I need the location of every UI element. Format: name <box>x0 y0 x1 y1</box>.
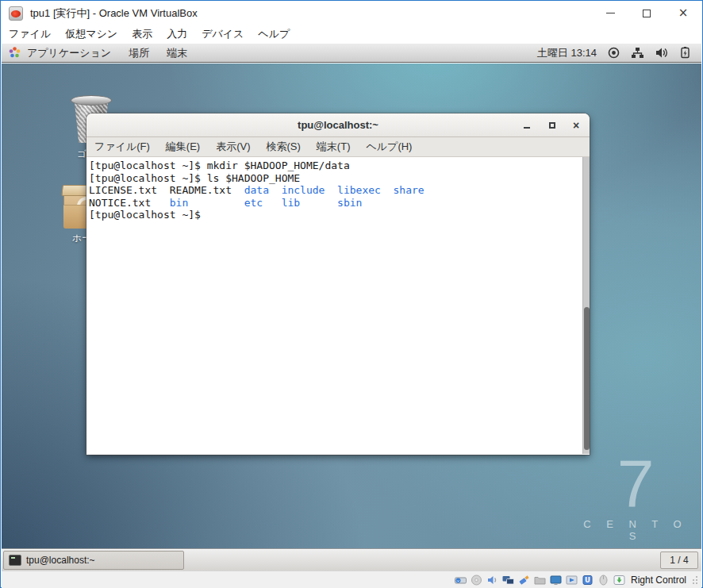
panel-clock[interactable]: 土曜日 13:14 <box>537 46 597 60</box>
places-menu-label: 場所 <box>129 46 149 60</box>
panel-menus: アプリケーション 場所 端末 <box>2 46 187 60</box>
desktop[interactable]: ゴミ箱 ホーム 7 C E N T O S tpu@localhost:~ × <box>2 63 701 548</box>
close-button[interactable]: × <box>665 2 701 25</box>
network-icon[interactable] <box>631 46 644 60</box>
workspace-switcher[interactable]: 1 / 4 <box>660 551 698 569</box>
vbox-titlebar: tpu1 [実行中] - Oracle VM VirtualBox × <box>2 2 701 25</box>
terminal-menu-edit[interactable]: 編集(E) <box>166 140 200 154</box>
screen-reader-icon[interactable] <box>607 46 620 60</box>
features-chip-icon[interactable]: U <box>581 574 594 586</box>
terminal-output: [tpu@localhost ~]$ mkdir $HADOOP_HOME/da… <box>86 157 590 221</box>
terminal-menu-label: 端末 <box>167 46 187 60</box>
keyboard-icon[interactable] <box>613 574 626 586</box>
vbox-menu-devices[interactable]: デバイス <box>202 27 244 41</box>
centos-watermark-name: C E N T O S <box>576 518 695 542</box>
terminal-window: tpu@localhost:~ × ファイル(F) 編集(E) 表示(V) 検索… <box>86 113 590 455</box>
mouse-icon[interactable] <box>597 574 610 586</box>
applications-menu-label: アプリケーション <box>27 46 111 60</box>
minimize-icon <box>606 13 615 13</box>
terminal-menubar: ファイル(F) 編集(E) 表示(V) 検索(S) 端末(T) ヘルプ(H) <box>86 137 590 157</box>
gnome-top-panel: アプリケーション 場所 端末 土曜日 13:14 <box>2 44 701 63</box>
workspace-indicator-label: 1 / 4 <box>670 555 688 566</box>
terminal-minimize-icon <box>524 127 530 129</box>
close-icon: × <box>678 7 689 19</box>
vbox-statusbar: U Right Control <box>2 571 701 588</box>
battery-icon[interactable] <box>678 46 692 60</box>
centos-watermark-number: 7 <box>576 450 695 517</box>
vbox-window-title: tpu1 [実行中] - Oracle VM VirtualBox <box>30 6 198 21</box>
usb-icon[interactable] <box>517 574 531 586</box>
vbox-menubar: ファイル 仮想マシン 表示 入力 デバイス ヘルプ <box>2 25 701 44</box>
taskbar-terminal-button[interactable]: tpu@localhost:~ <box>3 551 184 570</box>
maximize-button[interactable] <box>628 2 665 25</box>
terminal-minimize-button[interactable] <box>515 113 539 137</box>
vbox-menu-view[interactable]: 表示 <box>132 27 152 41</box>
maximize-icon <box>643 10 651 17</box>
panel-tray: 土曜日 13:14 <box>537 46 701 60</box>
vbox-menu-help[interactable]: ヘルプ <box>258 27 290 41</box>
host-key-label: Right Control <box>631 575 686 586</box>
shared-folders-icon[interactable] <box>533 574 547 586</box>
window-list-taskbar: tpu@localhost:~ 1 / 4 <box>2 548 701 571</box>
terminal-menu-terminal[interactable]: 端末(T) <box>317 140 351 154</box>
applications-icon <box>8 46 21 60</box>
terminal-maximize-button[interactable] <box>540 113 564 137</box>
terminal-close-icon: × <box>573 120 579 131</box>
vm-app-icon <box>9 6 23 21</box>
volume-icon[interactable] <box>655 46 668 60</box>
display-icon[interactable] <box>549 574 563 586</box>
centos-watermark: 7 C E N T O S <box>576 450 695 542</box>
terminal-menu[interactable]: 端末 <box>167 46 187 60</box>
network-adapters-icon[interactable] <box>501 574 515 586</box>
taskbar-terminal-icon <box>9 555 21 566</box>
hard-disk-icon[interactable] <box>454 574 467 586</box>
svg-text:U: U <box>585 576 590 584</box>
terminal-maximize-icon <box>549 122 555 129</box>
optical-disc-icon[interactable] <box>470 574 483 586</box>
terminal-titlebar[interactable]: tpu@localhost:~ × <box>86 113 590 137</box>
terminal-menu-file[interactable]: ファイル(F) <box>94 140 150 154</box>
taskbar-terminal-label: tpu@localhost:~ <box>26 555 95 566</box>
places-menu[interactable]: 場所 <box>129 46 149 60</box>
terminal-menu-help[interactable]: ヘルプ(H) <box>366 140 412 154</box>
vbox-menu-machine[interactable]: 仮想マシン <box>65 27 117 41</box>
terminal-close-button[interactable]: × <box>564 113 588 137</box>
terminal-window-title: tpu@localhost:~ <box>298 119 378 131</box>
resize-grip[interactable] <box>692 575 698 585</box>
terminal-screen[interactable]: [tpu@localhost ~]$ mkdir $HADOOP_HOME/da… <box>86 157 590 454</box>
recording-icon[interactable] <box>565 574 578 586</box>
terminal-scrollbar-thumb[interactable] <box>584 307 590 450</box>
virtualbox-window: tpu1 [実行中] - Oracle VM VirtualBox × ファイル… <box>0 0 703 588</box>
minimize-button[interactable] <box>592 2 628 25</box>
terminal-menu-view[interactable]: 表示(V) <box>216 140 250 154</box>
audio-icon[interactable] <box>486 574 499 586</box>
vbox-menu-input[interactable]: 入力 <box>167 27 187 41</box>
applications-menu[interactable]: アプリケーション <box>8 46 111 60</box>
terminal-scrollbar[interactable] <box>582 157 590 454</box>
vbox-menu-file[interactable]: ファイル <box>9 27 51 41</box>
terminal-menu-search[interactable]: 検索(S) <box>267 140 301 154</box>
